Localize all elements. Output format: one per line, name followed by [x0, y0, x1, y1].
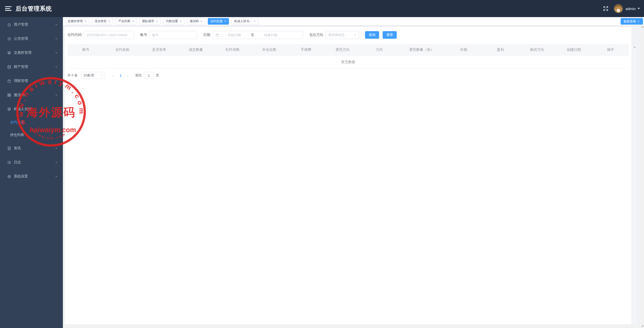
tab-generation-settings[interactable]: 代数设置 ×: [163, 18, 184, 25]
tag-options-label: 标签选项: [624, 19, 636, 24]
chevron-down-icon: [55, 23, 58, 26]
tab-flow-type[interactable]: 流水类型 ×: [92, 18, 113, 25]
reset-button[interactable]: 重置: [383, 31, 397, 39]
tabbar: 交易对管理 × 流水类型 × 产品列表 × 团队领导 × 代数设置 × 激活码 …: [63, 17, 644, 26]
end-date-input[interactable]: [256, 33, 286, 37]
chevron-down-icon: [55, 65, 58, 68]
sidebar-item-system-settings[interactable]: 系统设置: [0, 169, 63, 183]
sidebar-item-activation-code[interactable]: 激活码: [0, 88, 63, 102]
sidebar-item-label: 资讯: [14, 146, 21, 151]
avatar[interactable]: [614, 4, 623, 13]
tab-product-list[interactable]: 产品列表 ×: [115, 18, 137, 25]
sidebar-item-user-mgmt[interactable]: 用户管理: [0, 18, 63, 32]
tab-close-icon[interactable]: ×: [156, 20, 158, 23]
scroll-up-icon[interactable]: [634, 46, 636, 48]
chevron-down-icon: [354, 33, 357, 36]
tab-label: 流水类型: [95, 19, 107, 23]
tab-close-icon[interactable]: ×: [132, 20, 134, 23]
contract-code-input[interactable]: [84, 31, 134, 39]
horizontal-scrollbar[interactable]: [63, 325, 641, 328]
column-header: 盈利: [482, 48, 519, 52]
tab-close-icon[interactable]: ×: [108, 20, 110, 23]
tab-close-icon[interactable]: ×: [85, 20, 87, 23]
tab-label: 产品列表: [118, 19, 130, 23]
next-page-button[interactable]: ›: [124, 73, 131, 78]
prev-page-button[interactable]: ‹: [110, 73, 117, 78]
sidebar-item-robot-contract[interactable]: 机器人合约: [0, 102, 63, 116]
position-direction-label: 仓位方向: [309, 33, 323, 37]
sidebar-item-label: 用户管理: [14, 22, 28, 27]
chevron-down-icon: [55, 37, 58, 40]
sidebar-item-announcement-mgmt[interactable]: 公告管理: [0, 32, 63, 46]
document-icon: [7, 146, 11, 151]
chevron-down-icon: [55, 175, 58, 178]
scroll-down-icon[interactable]: [641, 326, 643, 327]
vertical-scrollbar[interactable]: [641, 25, 644, 328]
search-button[interactable]: 查询: [365, 31, 379, 39]
tag-options-button[interactable]: 标签选项: [621, 18, 643, 25]
tab-close-icon[interactable]: ×: [180, 20, 182, 23]
user-dropdown-caret-icon[interactable]: [637, 8, 640, 9]
tab-close-icon[interactable]: ×: [224, 20, 226, 23]
goto-page-input[interactable]: [144, 72, 154, 79]
table-empty-row: 暂无数据: [67, 56, 629, 69]
sidebar-item-label: 交易所管理: [14, 51, 31, 55]
tab-close-icon[interactable]: ×: [254, 20, 256, 23]
scroll-up-icon[interactable]: [641, 26, 643, 27]
filter-row: 合约代码 账号 日期 至 仓位方向 请选择状态: [65, 27, 631, 39]
account-input[interactable]: [149, 31, 197, 39]
sidebar-subitem-contract-trading[interactable]: 合约交易: [0, 116, 63, 129]
page-size-value: 10条/页: [83, 73, 101, 78]
column-header: 是否首单: [141, 48, 178, 52]
data-table: 账号 合约名称 是否首单 成交数量 杠杆倍数 补仓次数 手续费 委托方向 方向 …: [67, 44, 629, 69]
tab-trading-pair-mgmt[interactable]: 交易对管理 ×: [65, 18, 89, 25]
date-range-picker[interactable]: 至: [213, 31, 303, 39]
page-number-1[interactable]: 1: [117, 74, 124, 77]
tab-robot-positions[interactable]: 机器人持仓... ×: [231, 18, 258, 25]
sidebar-item-label: 系统设置: [14, 174, 28, 179]
column-header: 手续费: [288, 48, 324, 52]
page-unit-label: 页: [156, 73, 159, 78]
chart-board-icon: [7, 107, 11, 111]
pagination-total: 共 0 条: [67, 73, 77, 78]
sidebar-item-news[interactable]: 资讯: [0, 141, 63, 155]
database-icon: [7, 65, 11, 69]
chevron-down-icon: [55, 93, 58, 97]
menu-toggle-icon[interactable]: [5, 6, 12, 11]
tab-activation-code[interactable]: 激活码 ×: [187, 18, 205, 25]
fullscreen-icon[interactable]: [603, 6, 609, 12]
gear-icon: [7, 174, 11, 179]
date-label: 日期: [203, 33, 210, 37]
tab-label: 激活码: [190, 19, 199, 23]
column-header: 合约名称: [104, 48, 141, 52]
sidebar-item-wealth-mgmt[interactable]: 理财管理: [0, 74, 63, 88]
sidebar-item-asset-mgmt[interactable]: 财产管理: [0, 60, 63, 74]
column-header: 价格: [446, 48, 482, 52]
sidebar-subitem-position-list[interactable]: 持仓列表: [0, 129, 63, 141]
date-separator: 至: [249, 33, 256, 37]
sidebar-item-exchange-mgmt[interactable]: 交易所管理: [0, 46, 63, 60]
header-right: admin: [603, 4, 644, 13]
chevron-down-icon: [55, 147, 58, 150]
position-direction-select[interactable]: 请选择状态: [326, 31, 359, 39]
content-panel: 合约代码 账号 日期 至 仓位方向 请选择状态: [65, 27, 631, 324]
sidebar-subitem-label: 持仓列表: [10, 133, 24, 137]
home-icon: [7, 23, 11, 27]
table-header-row: 账号 合约名称 是否首单 成交数量 杠杆倍数 补仓次数 手续费 委托方向 方向 …: [67, 44, 629, 56]
tab-label: 合约交易: [211, 19, 223, 23]
page-size-select[interactable]: 10条/页: [81, 72, 105, 79]
app-root: 后台管理系统 admin 用户管理 公告管理 交易所管理 财产管理: [0, 0, 644, 328]
column-header: 杠杆倍数: [214, 48, 251, 52]
username[interactable]: admin: [625, 7, 636, 11]
contract-code-label: 合约代码: [67, 33, 82, 37]
tab-contract-trading[interactable]: 合约交易 ×: [208, 18, 229, 25]
inner-vertical-scrollbar[interactable]: [633, 45, 636, 324]
column-header: 创建日期: [555, 48, 592, 52]
tab-team-leader[interactable]: 团队领导 ×: [139, 18, 161, 25]
start-date-input[interactable]: [219, 33, 249, 37]
tab-close-icon[interactable]: ×: [200, 20, 203, 23]
sidebar-item-logs[interactable]: 日志: [0, 155, 63, 169]
sidebar-item-label: 日志: [14, 160, 21, 165]
sidebar-item-label: 财产管理: [14, 65, 28, 69]
tab-label: 团队领导: [142, 19, 154, 23]
